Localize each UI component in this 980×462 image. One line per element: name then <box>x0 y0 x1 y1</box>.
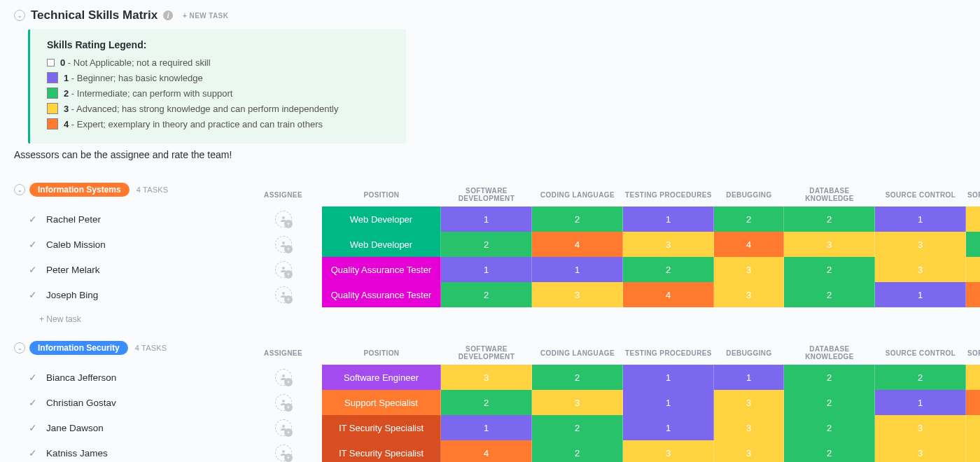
skill-cell[interactable]: 2 <box>784 206 875 232</box>
assignee-add-icon[interactable]: + <box>284 295 293 304</box>
new-task-button[interactable]: + NEW TASK <box>183 12 228 20</box>
skill-cell[interactable]: 3 <box>714 390 784 415</box>
skill-cell[interactable]: 1 <box>441 415 532 440</box>
assignee-cell[interactable]: + <box>245 419 322 436</box>
skill-cell[interactable]: 2 <box>623 257 714 282</box>
info-icon[interactable]: i <box>163 10 173 20</box>
skill-cell[interactable]: 2 <box>784 415 875 440</box>
skill-cell-overflow[interactable] <box>966 282 980 307</box>
skill-cell[interactable]: 3 <box>623 440 714 462</box>
skill-cell[interactable]: 2 <box>714 206 784 232</box>
check-icon[interactable]: ✓ <box>5 264 37 275</box>
skill-cell[interactable]: 1 <box>623 415 714 440</box>
skill-cell[interactable]: 4 <box>714 232 784 257</box>
skill-cell[interactable]: 2 <box>784 365 875 390</box>
assignee-add-icon[interactable]: + <box>284 270 293 279</box>
skill-cell[interactable]: 2 <box>441 282 532 307</box>
group-collapse-icon[interactable]: ⌄ <box>14 184 25 195</box>
position-cell[interactable]: IT Security Specialist <box>322 415 441 440</box>
skill-cell[interactable]: 2 <box>532 415 623 440</box>
skill-cell[interactable]: 2 <box>784 257 875 282</box>
position-cell[interactable]: Web Developer <box>322 232 441 257</box>
task-name[interactable]: Jane Dawson <box>42 423 245 433</box>
check-icon[interactable]: ✓ <box>5 447 37 458</box>
skill-cell[interactable]: 3 <box>441 365 532 390</box>
skill-cell[interactable]: 2 <box>532 440 623 462</box>
assignee-add-icon[interactable]: + <box>284 378 293 386</box>
task-name[interactable]: Katniss James <box>42 448 245 458</box>
assignee-cell[interactable]: + <box>245 261 322 278</box>
position-cell[interactable]: Web Developer <box>322 206 441 232</box>
assignee-avatar-icon[interactable]: + <box>275 394 292 411</box>
position-cell[interactable]: Support Specialist <box>322 390 441 415</box>
skill-cell[interactable]: 1 <box>875 206 966 232</box>
skill-cell[interactable]: 3 <box>714 415 784 440</box>
skill-cell[interactable]: 2 <box>532 206 623 232</box>
skill-cell[interactable]: 1 <box>875 282 966 307</box>
skill-cell[interactable]: 2 <box>784 282 875 307</box>
assignee-add-icon[interactable]: + <box>284 245 293 253</box>
assignee-avatar-icon[interactable]: + <box>275 286 292 303</box>
check-icon[interactable]: ✓ <box>5 239 37 250</box>
check-icon[interactable]: ✓ <box>5 397 37 408</box>
position-cell[interactable]: Software Engineer <box>322 365 441 390</box>
group-status-pill[interactable]: Information Security <box>29 341 128 355</box>
task-row[interactable]: ✓ Katniss James + IT Security Specialist… <box>0 440 980 462</box>
skill-cell[interactable]: 3 <box>532 390 623 415</box>
task-name[interactable]: Christian Gostav <box>42 398 245 408</box>
skill-cell[interactable]: 3 <box>875 415 966 440</box>
skill-cell-overflow[interactable] <box>966 415 980 440</box>
skill-cell[interactable]: 1 <box>623 390 714 415</box>
check-icon[interactable]: ✓ <box>5 214 37 225</box>
assignee-cell[interactable]: + <box>245 211 322 227</box>
assignee-avatar-icon[interactable]: + <box>275 419 292 436</box>
skill-cell[interactable]: 1 <box>875 390 966 415</box>
assignee-add-icon[interactable]: + <box>284 403 293 412</box>
position-cell[interactable]: Quality Assurance Tester <box>322 257 441 282</box>
check-icon[interactable]: ✓ <box>5 289 37 300</box>
skill-cell-overflow[interactable] <box>966 390 980 415</box>
skill-cell[interactable]: 3 <box>875 232 966 257</box>
task-row[interactable]: ✓ Jane Dawson + IT Security Specialist 1… <box>0 415 980 440</box>
collapse-icon[interactable]: ⌄ <box>14 10 25 21</box>
skill-cell-overflow[interactable] <box>966 257 980 282</box>
position-cell[interactable]: IT Security Specialist <box>322 440 441 462</box>
assignee-add-icon[interactable]: + <box>284 428 293 437</box>
skill-cell[interactable]: 3 <box>714 440 784 462</box>
assignee-add-icon[interactable]: + <box>284 454 293 462</box>
skill-cell[interactable]: 4 <box>441 440 532 462</box>
task-row[interactable]: ✓ Rachel Peter + Web Developer 121221 <box>0 206 980 232</box>
skill-cell-overflow[interactable] <box>966 206 980 232</box>
skill-cell[interactable]: 4 <box>532 232 623 257</box>
task-name[interactable]: Joseph Bing <box>42 290 245 300</box>
skill-cell[interactable]: 2 <box>784 390 875 415</box>
task-row[interactable]: ✓ Peter Melark + Quality Assurance Teste… <box>0 257 980 282</box>
skill-cell[interactable]: 3 <box>784 232 875 257</box>
skill-cell[interactable]: 1 <box>441 257 532 282</box>
check-icon[interactable]: ✓ <box>5 422 37 433</box>
task-name[interactable]: Peter Melark <box>42 265 245 275</box>
task-row[interactable]: ✓ Caleb Mission + Web Developer 243433 <box>0 232 980 257</box>
task-name[interactable]: Bianca Jefferson <box>42 372 245 383</box>
skill-cell[interactable]: 2 <box>784 440 875 462</box>
skill-cell-overflow[interactable] <box>966 232 980 257</box>
assignee-cell[interactable]: + <box>245 394 322 411</box>
skill-cell[interactable]: 2 <box>441 390 532 415</box>
assignee-avatar-icon[interactable]: + <box>275 261 292 278</box>
group-collapse-icon[interactable]: ⌄ <box>14 342 25 354</box>
check-icon[interactable]: ✓ <box>5 372 37 383</box>
task-name[interactable]: Caleb Mission <box>42 239 245 250</box>
skill-cell[interactable]: 3 <box>714 257 784 282</box>
skill-cell[interactable]: 4 <box>623 282 714 307</box>
assignee-avatar-icon[interactable]: + <box>275 369 292 386</box>
skill-cell[interactable]: 2 <box>441 232 532 257</box>
skill-cell[interactable]: 2 <box>532 365 623 390</box>
skill-cell-overflow[interactable] <box>966 365 980 390</box>
skill-cell[interactable]: 1 <box>623 206 714 232</box>
task-name[interactable]: Rachel Peter <box>42 214 245 225</box>
assignee-cell[interactable]: + <box>245 444 322 461</box>
skill-cell[interactable]: 3 <box>875 440 966 462</box>
skill-cell[interactable]: 3 <box>532 282 623 307</box>
skill-cell[interactable]: 3 <box>714 282 784 307</box>
new-task-inline[interactable]: + New task <box>0 307 980 326</box>
